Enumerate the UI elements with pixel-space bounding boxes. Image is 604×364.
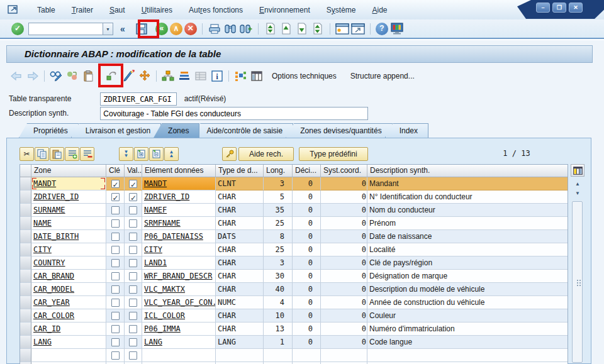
previous-page-icon[interactable] bbox=[279, 22, 293, 36]
key-checkbox-cell[interactable] bbox=[106, 190, 125, 204]
coord-system-cell[interactable]: 0 bbox=[321, 190, 367, 204]
initial-value-checkbox[interactable] bbox=[129, 193, 137, 201]
display-change-icon[interactable] bbox=[48, 69, 64, 83]
decimals-cell[interactable]: 0 bbox=[293, 323, 321, 336]
initial-value-checkbox-cell[interactable] bbox=[125, 323, 142, 336]
header-description[interactable]: Description synth. bbox=[367, 165, 568, 177]
next-page-icon[interactable] bbox=[295, 22, 309, 36]
data-element-cell[interactable] bbox=[142, 349, 216, 362]
length-cell[interactable]: 30 bbox=[264, 270, 293, 283]
initial-value-checkbox-cell[interactable] bbox=[125, 349, 142, 362]
zone-cell[interactable]: CAR_MODEL bbox=[31, 283, 106, 296]
data-element-cell[interactable]: ZDRIVER_ID bbox=[142, 190, 216, 204]
zone-cell[interactable]: CAR_COLOR bbox=[31, 309, 106, 323]
data-type-cell[interactable]: CHAR bbox=[216, 283, 264, 296]
initial-value-checkbox[interactable] bbox=[129, 206, 137, 214]
key-checkbox-cell[interactable] bbox=[106, 349, 125, 362]
length-cell[interactable]: 1 bbox=[264, 336, 293, 349]
exit-icon[interactable]: ∧ bbox=[170, 23, 182, 35]
row-selector[interactable] bbox=[20, 323, 31, 336]
header-zone[interactable]: Zone bbox=[31, 165, 106, 177]
delete-row-icon[interactable] bbox=[80, 147, 94, 161]
data-element-cell[interactable]: NAMEF bbox=[142, 204, 216, 217]
coord-system-cell[interactable]: 0 bbox=[321, 296, 367, 309]
data-type-cell[interactable] bbox=[216, 349, 264, 362]
menu-syst-me[interactable]: Système bbox=[318, 3, 364, 17]
description-cell[interactable]: Prénom bbox=[367, 217, 568, 230]
last-page-icon[interactable] bbox=[311, 22, 325, 36]
key-checkbox[interactable] bbox=[111, 338, 120, 346]
initial-value-checkbox-cell[interactable] bbox=[125, 283, 142, 296]
row-selector[interactable] bbox=[20, 177, 31, 190]
zone-cell[interactable]: MANDT bbox=[31, 177, 106, 190]
information-icon[interactable]: i bbox=[210, 69, 225, 83]
row-selector[interactable] bbox=[20, 283, 31, 296]
key-checkbox[interactable] bbox=[111, 246, 120, 254]
table-config-icon[interactable] bbox=[571, 164, 584, 177]
decimals-cell[interactable]: 0 bbox=[293, 243, 321, 256]
row-selector[interactable] bbox=[20, 204, 31, 217]
length-cell[interactable]: 25 bbox=[264, 217, 293, 230]
coord-system-cell[interactable]: 0 bbox=[321, 243, 367, 256]
data-type-cell[interactable]: CHAR bbox=[216, 190, 264, 204]
header-key[interactable]: Clé bbox=[106, 165, 125, 177]
decimals-cell[interactable]: 0 bbox=[293, 270, 321, 283]
initial-value-checkbox[interactable] bbox=[129, 246, 137, 254]
key-checkbox[interactable] bbox=[111, 206, 120, 214]
decimals-cell[interactable]: 0 bbox=[293, 190, 321, 204]
key-checkbox-cell[interactable] bbox=[106, 323, 125, 336]
key-checkbox[interactable] bbox=[111, 259, 120, 267]
sort-icon[interactable] bbox=[177, 69, 192, 83]
tab-propri-t-s[interactable]: Propriétés bbox=[19, 123, 79, 138]
description-cell[interactable]: Nom du conducteur bbox=[367, 204, 568, 217]
print-icon[interactable] bbox=[208, 22, 221, 36]
coord-system-cell[interactable]: 0 bbox=[321, 256, 367, 270]
zone-cell[interactable]: CAR_YEAR bbox=[31, 296, 106, 309]
description-cell[interactable]: N° Identification du conducteur bbox=[367, 190, 568, 204]
options-techniques-button[interactable]: Options techniques bbox=[266, 70, 343, 82]
key-checkbox-cell[interactable] bbox=[106, 336, 125, 349]
description-field[interactable] bbox=[100, 107, 368, 120]
row-selector[interactable] bbox=[20, 256, 31, 270]
data-type-cell[interactable]: CHAR bbox=[216, 204, 264, 217]
data-element-cell[interactable]: P06_IMMA bbox=[142, 323, 216, 336]
initial-value-checkbox[interactable] bbox=[129, 272, 137, 280]
initial-value-checkbox-cell[interactable] bbox=[125, 336, 142, 349]
row-selector[interactable] bbox=[20, 243, 31, 256]
key-checkbox[interactable] bbox=[111, 325, 120, 333]
decimals-cell[interactable]: 0 bbox=[293, 283, 321, 296]
coord-system-cell[interactable]: 0 bbox=[321, 336, 367, 349]
zone-cell[interactable] bbox=[31, 349, 106, 362]
cut-row-icon[interactable]: ✂ bbox=[20, 147, 34, 161]
data-type-cell[interactable]: CHAR bbox=[216, 323, 264, 336]
row-selector[interactable] bbox=[20, 336, 31, 349]
initial-value-checkbox-cell[interactable] bbox=[125, 256, 142, 270]
description-cell[interactable]: Mandant bbox=[367, 177, 568, 190]
coord-system-cell[interactable]: 0 bbox=[321, 230, 367, 243]
data-element-cell[interactable]: WRF_BRAND_DESCR bbox=[142, 270, 216, 283]
key-checkbox-cell[interactable] bbox=[106, 204, 125, 217]
data-element-cell[interactable]: SRMFNAME bbox=[142, 217, 216, 230]
coord-system-cell[interactable]: 0 bbox=[321, 177, 367, 190]
description-cell[interactable] bbox=[367, 349, 568, 362]
data-element-cell[interactable]: LANG bbox=[142, 336, 216, 349]
zone-cell[interactable]: CITY bbox=[31, 243, 106, 256]
next-object-icon[interactable] bbox=[25, 69, 40, 83]
coord-system-cell[interactable]: 0 bbox=[321, 204, 367, 217]
graphic-icon[interactable] bbox=[233, 69, 248, 83]
insert-row-icon[interactable] bbox=[65, 147, 79, 161]
data-element-cell[interactable]: ICL_COLOR bbox=[142, 309, 216, 323]
zone-cell[interactable]: DATE_BIRTH bbox=[31, 230, 106, 243]
copy-row-icon[interactable] bbox=[35, 147, 49, 161]
row-selector[interactable] bbox=[20, 230, 31, 243]
tab-livraison-et-gestion[interactable]: Livraison et gestion bbox=[71, 123, 161, 138]
enter-icon[interactable]: ✓ bbox=[11, 23, 24, 35]
system-menu-icon[interactable] bbox=[8, 5, 20, 14]
decimals-cell[interactable]: 0 bbox=[293, 296, 321, 309]
structure-append-button[interactable]: Structure append... bbox=[344, 70, 421, 82]
header-selector[interactable] bbox=[20, 165, 31, 177]
description-cell[interactable]: Couleur bbox=[367, 309, 568, 323]
description-cell[interactable]: Clé de pays/région bbox=[367, 256, 568, 270]
initial-value-checkbox-cell[interactable] bbox=[125, 243, 142, 256]
initial-value-checkbox[interactable] bbox=[129, 285, 137, 294]
